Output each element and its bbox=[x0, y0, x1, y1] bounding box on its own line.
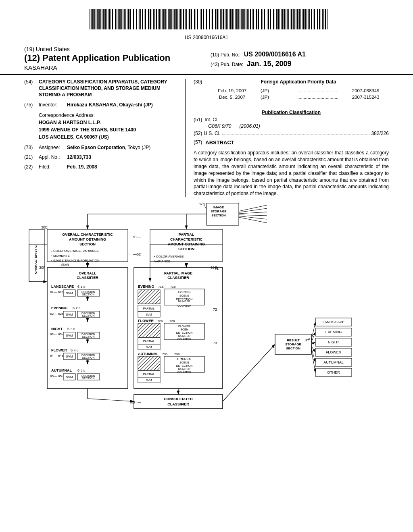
left-column: (54) CATEGORY CLASSIFICATION APPARATUS, … bbox=[24, 79, 186, 197]
abstract-title: ABSTRACT bbox=[205, 139, 234, 145]
svg-text:b: b bbox=[83, 369, 86, 372]
svg-rect-6 bbox=[97, 9, 98, 29]
header-section: (19) United States (12) Patent Applicati… bbox=[0, 43, 413, 71]
svg-text:3: 3 bbox=[71, 327, 73, 331]
svg-rect-94 bbox=[230, 9, 232, 29]
svg-rect-27 bbox=[128, 9, 129, 29]
svg-text:6: 6 bbox=[77, 368, 79, 372]
svg-text:OVERALL: OVERALL bbox=[79, 271, 96, 275]
svg-rect-7 bbox=[98, 9, 100, 29]
svg-text:DETECTION: DETECTION bbox=[176, 331, 192, 334]
svg-rect-81 bbox=[211, 9, 211, 29]
svg-rect-57 bbox=[174, 9, 175, 29]
svg-text:b: b bbox=[309, 337, 310, 340]
svg-text:63—: 63— bbox=[50, 332, 57, 336]
svg-rect-134 bbox=[291, 9, 292, 29]
svg-text:b: b bbox=[79, 306, 81, 310]
svg-line-169 bbox=[204, 205, 206, 209]
svg-rect-52 bbox=[167, 9, 167, 29]
svg-text:NUMBER: NUMBER bbox=[178, 368, 190, 370]
svg-text:CHARACTERISTIC: CHARACTERISTIC bbox=[170, 237, 202, 241]
svg-text:• COLOR AVERAGE,: • COLOR AVERAGE, bbox=[154, 255, 185, 258]
svg-rect-75 bbox=[201, 9, 202, 29]
char-amount-section: CHARACTERISTIC CHARACTERISTIC AMOUNT OBT… bbox=[25, 225, 48, 330]
svg-rect-21 bbox=[119, 9, 121, 29]
svg-rect-40 bbox=[148, 9, 149, 29]
svg-rect-86 bbox=[219, 9, 219, 29]
svg-rect-42 bbox=[152, 9, 152, 29]
svg-text:LANDSCAPE: LANDSCAPE bbox=[51, 285, 74, 289]
field-57-header: (57) ABSTRACT bbox=[194, 139, 389, 148]
svg-rect-282 bbox=[138, 323, 160, 337]
svg-rect-61 bbox=[180, 9, 181, 29]
svg-rect-37 bbox=[144, 9, 144, 29]
svg-text:AUTUMNAL: AUTUMNAL bbox=[323, 360, 344, 364]
svg-rect-117 bbox=[266, 9, 266, 29]
svg-text:SVM: SVM bbox=[146, 313, 152, 316]
main-content: (54) CATEGORY CLASSIFICATION APPARATUS, … bbox=[0, 74, 413, 197]
svg-rect-114 bbox=[261, 9, 262, 29]
svg-rect-51 bbox=[165, 9, 166, 29]
svg-rect-122 bbox=[273, 9, 274, 29]
svg-text:—52: —52 bbox=[133, 252, 141, 256]
svg-text:64a: 64a bbox=[58, 354, 64, 357]
svg-text:NUMBER: NUMBER bbox=[178, 300, 190, 303]
field-54: (54) CATEGORY CLASSIFICATION APPARATUS, … bbox=[24, 79, 177, 98]
svg-rect-79 bbox=[208, 9, 208, 29]
svg-text:PARTIAL: PARTIAL bbox=[143, 340, 155, 343]
svg-rect-146 bbox=[309, 9, 310, 29]
svg-rect-156 bbox=[325, 9, 326, 29]
svg-text:6: 6 bbox=[73, 306, 75, 310]
right-column: (30) Foreign Application Priority Data F… bbox=[186, 79, 389, 197]
svg-rect-9 bbox=[102, 9, 102, 29]
svg-rect-36 bbox=[142, 9, 143, 29]
svg-rect-73 bbox=[199, 9, 199, 29]
header-right: (10) Pub. No.: US 2009/0016616 A1 (43) P… bbox=[202, 46, 389, 71]
svg-line-313 bbox=[88, 399, 134, 401]
svg-text:CONSOLIDATED: CONSOLIDATED bbox=[164, 397, 193, 401]
svg-rect-102 bbox=[242, 9, 244, 29]
correspondence-address: Correspondence Address: HOGAN & HARTSON … bbox=[39, 112, 177, 141]
result-storage-section: RESULT STORAGE SECTION 37 b bbox=[275, 334, 311, 354]
diagram-area: IMAGE STORAGE SECTION 37a CHARACTERISTIC bbox=[8, 201, 405, 449]
svg-rect-35 bbox=[140, 9, 141, 29]
svg-text:LANDSCAPE: LANDSCAPE bbox=[323, 320, 345, 324]
svg-rect-112 bbox=[258, 9, 259, 29]
svg-text:SVM: SVM bbox=[146, 346, 152, 349]
svg-text:71a: 71a bbox=[158, 285, 164, 289]
svg-rect-41 bbox=[150, 9, 151, 29]
svg-text:FLOWER: FLOWER bbox=[138, 319, 154, 323]
svg-text:2: 2 bbox=[76, 306, 78, 310]
svg-text:6: 6 bbox=[71, 348, 73, 352]
header-left: (19) United States (12) Patent Applicati… bbox=[24, 46, 202, 71]
svg-text:NIGHT: NIGHT bbox=[328, 340, 340, 344]
svg-text:PARTIAL IMAGE: PARTIAL IMAGE bbox=[164, 271, 192, 275]
svg-rect-4 bbox=[94, 9, 95, 29]
svg-rect-88 bbox=[221, 9, 222, 29]
svg-text:37a: 37a bbox=[198, 202, 204, 206]
svg-text:CHARACTERISTIC: CHARACTERISTIC bbox=[34, 245, 38, 274]
svg-rect-82 bbox=[212, 9, 213, 29]
svg-rect-89 bbox=[223, 9, 224, 29]
svg-text:AUTUMNAL: AUTUMNAL bbox=[177, 358, 192, 361]
svg-rect-124 bbox=[276, 9, 277, 29]
svg-rect-87 bbox=[220, 9, 221, 29]
svg-rect-132 bbox=[288, 9, 289, 29]
svg-rect-44 bbox=[154, 9, 155, 29]
svg-rect-78 bbox=[206, 9, 207, 29]
svg-rect-152 bbox=[319, 9, 320, 29]
svg-rect-84 bbox=[215, 9, 216, 29]
svg-rect-95 bbox=[232, 9, 233, 29]
svg-text:65—: 65— bbox=[50, 374, 57, 378]
svg-rect-54 bbox=[169, 9, 171, 29]
svg-line-335 bbox=[311, 342, 315, 344]
svg-rect-98 bbox=[236, 9, 238, 29]
svg-text:PARTIAL: PARTIAL bbox=[143, 307, 155, 310]
svg-text:OVERALL CHARACTERISTIC: OVERALL CHARACTERISTIC bbox=[62, 233, 113, 237]
svg-rect-77 bbox=[205, 9, 205, 29]
abstract-body: A category classification apparatus incl… bbox=[194, 150, 389, 197]
svg-rect-67 bbox=[189, 9, 190, 29]
svg-rect-149 bbox=[314, 9, 315, 29]
svg-text:51—: 51— bbox=[133, 235, 141, 239]
svg-rect-80 bbox=[209, 9, 210, 29]
